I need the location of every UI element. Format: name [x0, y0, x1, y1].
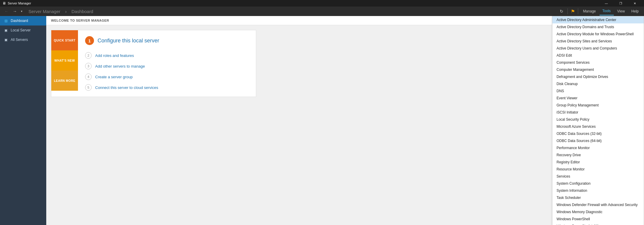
tools-menu-item-15[interactable]: Microsoft Azure Services: [552, 123, 644, 130]
tools-menu-item-10[interactable]: DNS: [552, 87, 644, 95]
menu-actions: ↻ ⚑ Manage Tools View Help: [557, 7, 642, 15]
step2-num: 2: [85, 52, 92, 59]
sidebar-item-local-server-label: Local Server: [11, 28, 31, 32]
flag-icon: ⚑: [571, 9, 575, 14]
step3-num: 3: [85, 63, 92, 69]
step4-text: Create a server group: [95, 75, 133, 79]
step3-text: Add other servers to manage: [95, 64, 145, 68]
sidebar-item-all-servers-label: All Servers: [11, 38, 28, 42]
tools-menu-item-2[interactable]: Active Directory Module for Windows Powe…: [552, 31, 644, 38]
tools-dropdown: Active Directory Administrative CenterAc…: [552, 16, 644, 225]
learn-more-tab[interactable]: LEARN MORE: [51, 71, 78, 91]
welcome-title: WELCOME TO SERVER MANAGER: [51, 19, 109, 22]
tools-menu-item-6[interactable]: Component Services: [552, 59, 644, 66]
nav-dropdown[interactable]: ▼: [19, 7, 24, 15]
manage-menu[interactable]: Manage: [580, 7, 599, 15]
step-4[interactable]: 4 Create a server group: [85, 74, 249, 80]
tools-menu-item-24[interactable]: System Information: [552, 187, 644, 194]
step-2[interactable]: 2 Add roles and features: [85, 52, 249, 59]
sidebar-item-local-server[interactable]: ▣ Local Server: [0, 25, 46, 35]
tools-menu-item-28[interactable]: Windows PowerShell: [552, 216, 644, 223]
tools-menu-item-22[interactable]: Services: [552, 173, 644, 180]
back-button[interactable]: ←: [2, 7, 11, 15]
tools-menu-item-3[interactable]: Active Directory Sites and Services: [552, 38, 644, 45]
tools-menu-item-14[interactable]: Local Security Policy: [552, 116, 644, 123]
help-menu[interactable]: Help: [628, 7, 642, 15]
tools-menu-item-25[interactable]: Task Scheduler: [552, 194, 644, 201]
step5-text: Connect this server to cloud services: [95, 85, 158, 90]
restore-button[interactable]: ❐: [614, 0, 627, 7]
step-3[interactable]: 3 Add other servers to manage: [85, 63, 249, 69]
qs-content: 1 Configure this local server 2 Add role…: [78, 30, 256, 97]
tools-menu-item-7[interactable]: Computer Management: [552, 66, 644, 73]
tools-menu-item-21[interactable]: Resource Monitor: [552, 166, 644, 173]
qs-tab-strip: QUICK START WHAT'S NEW LEARN MORE: [51, 30, 78, 97]
sidebar-item-dashboard-label: Dashboard: [11, 19, 28, 23]
window-controls: — ❐ ✕: [600, 0, 642, 7]
step5-num: 5: [85, 84, 92, 91]
all-servers-icon: ▣: [4, 37, 8, 42]
tools-menu-item-8[interactable]: Defragment and Optimize Drives: [552, 73, 644, 80]
step2-text: Add roles and features: [95, 53, 134, 58]
breadcrumb-separator: ›: [65, 9, 67, 14]
app-title-text: Server Manager: [28, 9, 60, 14]
tools-menu-item-17[interactable]: ODBC Data Sources (64-bit): [552, 137, 644, 144]
tools-menu-item-19[interactable]: Recovery Drive: [552, 151, 644, 159]
quick-start-tab[interactable]: QUICK START: [51, 30, 78, 50]
app-icon: 🖥: [2, 1, 6, 5]
dashboard-icon: ⊞: [4, 18, 8, 23]
tools-menu-item-9[interactable]: Disk Cleanup: [552, 80, 644, 87]
qs-steps-list: 2 Add roles and features 3 Add other ser…: [85, 52, 249, 91]
tools-menu-item-27[interactable]: Windows Memory Diagnostic: [552, 208, 644, 216]
tools-menu-item-16[interactable]: ODBC Data Sources (32-bit): [552, 130, 644, 137]
tools-menu-item-5[interactable]: ADSI Edit: [552, 52, 644, 59]
step4-num: 4: [85, 74, 92, 80]
close-button[interactable]: ✕: [628, 0, 642, 7]
minimize-button[interactable]: —: [600, 0, 613, 7]
sidebar-item-dashboard[interactable]: ⊞ Dashboard: [0, 16, 46, 25]
quick-start-panel: QUICK START WHAT'S NEW LEARN MORE 1 Conf…: [51, 30, 256, 97]
tools-menu-item-11[interactable]: Event Viewer: [552, 95, 644, 102]
app-body: ⊞ Dashboard ▣ Local Server ▣ All Servers…: [0, 16, 644, 225]
whats-new-tab[interactable]: WHAT'S NEW: [51, 50, 78, 71]
tools-menu-item-4[interactable]: Active Directory Users and Computers: [552, 45, 644, 52]
tools-menu[interactable]: Tools: [600, 7, 614, 15]
tools-menu-item-1[interactable]: Active Directory Domains and Trusts: [552, 23, 644, 31]
tools-menu-item-0[interactable]: Active Directory Administrative Center: [552, 16, 644, 23]
sidebar: ⊞ Dashboard ▣ Local Server ▣ All Servers: [0, 16, 46, 225]
tools-menu-item-12[interactable]: Group Policy Management: [552, 102, 644, 109]
step-5[interactable]: 5 Connect this server to cloud services: [85, 84, 249, 91]
separator-2: [578, 8, 578, 14]
view-menu[interactable]: View: [614, 7, 628, 15]
breadcrumb-page: Dashboard: [71, 9, 93, 14]
sidebar-item-all-servers[interactable]: ▣ All Servers: [0, 35, 46, 44]
separator-1: [568, 8, 568, 14]
tools-menu-item-26[interactable]: Windows Defender Firewall with Advanced …: [552, 201, 644, 208]
forward-button[interactable]: →: [11, 7, 19, 15]
menu-bar: ← → ▼ Server Manager › Dashboard ↻ ⚑ Man…: [0, 7, 644, 16]
tools-menu-item-13[interactable]: iSCSI Initiator: [552, 109, 644, 116]
tools-menu-item-23[interactable]: System Configuration: [552, 180, 644, 187]
local-server-icon: ▣: [4, 28, 8, 33]
step1-title: Configure this local server: [98, 38, 159, 44]
app-breadcrumb: Server Manager › Dashboard: [27, 9, 557, 14]
title-bar-text: Server Manager: [8, 1, 31, 5]
title-bar: 🖥 Server Manager — ❐ ✕: [0, 0, 644, 7]
step1-circle: 1: [85, 36, 94, 45]
tools-menu-item-29[interactable]: Windows PowerShell (x86): [552, 223, 644, 225]
qs-main-title-row: 1 Configure this local server: [85, 36, 249, 45]
tools-menu-item-20[interactable]: Registry Editor: [552, 159, 644, 166]
refresh-button[interactable]: ↻: [557, 7, 566, 15]
tools-menu-item-18[interactable]: Performance Monitor: [552, 144, 644, 151]
